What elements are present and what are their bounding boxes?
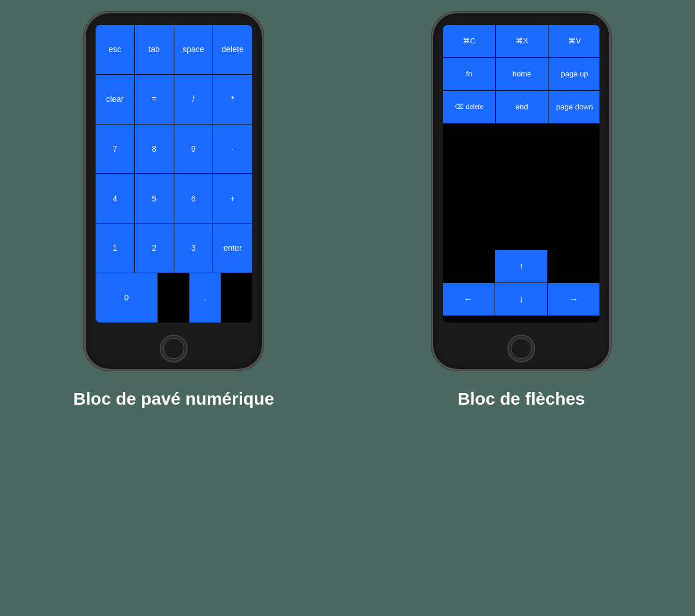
key-space[interactable]: space	[174, 25, 213, 74]
key-0[interactable]: 0	[96, 273, 158, 322]
key-arrow-up[interactable]: ↑	[495, 250, 547, 283]
key-tab[interactable]: tab	[135, 25, 174, 74]
arrow-down-row: ← ↓ →	[443, 283, 599, 316]
key-plus[interactable]: +	[213, 174, 252, 223]
key-cmd-v[interactable]: ⌘V	[548, 25, 599, 57]
home-area-right	[433, 328, 609, 369]
key-empty-2	[221, 273, 252, 322]
key-arrow-down[interactable]: ↓	[495, 283, 547, 316]
arrow-up-row: ↑	[443, 250, 599, 283]
key-fn[interactable]: fn	[443, 58, 495, 90]
arrow-empty-tl	[443, 250, 495, 283]
key-arrow-right[interactable]: →	[548, 283, 599, 316]
key-empty-1	[158, 273, 189, 322]
key-cmd-x[interactable]: ⌘X	[496, 25, 548, 57]
key-divide[interactable]: /	[174, 75, 213, 124]
home-button-inner-left	[163, 338, 184, 359]
phone-right: ⌘C ⌘X ⌘V fn home page up ⌫ delete end pa…	[431, 12, 611, 371]
key-arrow-left[interactable]: ←	[443, 283, 495, 316]
caption-left: Bloc de pavé numérique	[56, 388, 292, 410]
key-4[interactable]: 4	[96, 174, 134, 223]
caption-right: Bloc de flèches	[440, 388, 602, 410]
key-7[interactable]: 7	[96, 124, 134, 174]
key-end[interactable]: end	[496, 91, 548, 123]
key-5[interactable]: 5	[135, 174, 174, 223]
key-multiply[interactable]: *	[213, 75, 252, 124]
home-button-inner-right	[511, 338, 532, 359]
key-esc[interactable]: esc	[96, 25, 134, 74]
key-clear[interactable]: clear	[96, 75, 134, 124]
key-forward-delete[interactable]: ⌫ delete	[443, 91, 495, 123]
arrow-empty-tr	[548, 250, 599, 283]
numpad-screen: esc tab space delete clear = / * 7 8 9	[96, 25, 252, 322]
key-6[interactable]: 6	[174, 174, 213, 223]
key-equals[interactable]: =	[135, 75, 174, 124]
key-cmd-c[interactable]: ⌘C	[443, 25, 495, 57]
spacer	[443, 124, 599, 250]
key-home[interactable]: home	[496, 58, 548, 90]
key-page-up[interactable]: page up	[548, 58, 599, 90]
home-button-left[interactable]	[160, 335, 188, 362]
key-1[interactable]: 1	[96, 223, 134, 273]
key-3[interactable]: 3	[174, 223, 213, 273]
phone-left: esc tab space delete clear = / * 7 8 9	[84, 12, 264, 371]
arrows-screen-container: ⌘C ⌘X ⌘V fn home page up ⌫ delete end pa…	[443, 25, 599, 322]
arrow-cross: ↑ ← ↓ →	[443, 250, 599, 316]
key-minus[interactable]: -	[213, 124, 252, 174]
right-section: ⌘C ⌘X ⌘V fn home page up ⌫ delete end pa…	[348, 0, 695, 616]
key-delete[interactable]: delete	[213, 25, 252, 74]
left-section: esc tab space delete clear = / * 7 8 9	[0, 0, 348, 616]
home-button-right[interactable]	[507, 335, 535, 362]
key-8[interactable]: 8	[135, 124, 174, 174]
key-enter[interactable]: enter	[213, 223, 252, 273]
home-area-left	[86, 328, 262, 369]
key-dot[interactable]: .	[189, 273, 220, 322]
key-page-down[interactable]: page down	[548, 91, 599, 123]
key-2[interactable]: 2	[135, 223, 174, 273]
key-9[interactable]: 9	[174, 124, 213, 174]
